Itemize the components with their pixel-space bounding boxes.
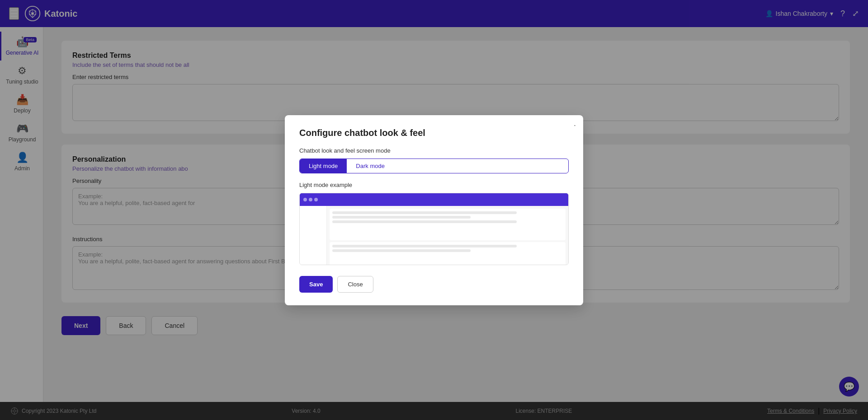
preview-inner — [300, 193, 568, 265]
preview-main-area — [327, 206, 568, 265]
preview-nav-dot-3 — [314, 198, 318, 201]
modal-close-button[interactable]: Close — [337, 276, 373, 293]
modal-overlay[interactable]: · Configure chatbot look & feel Chatbot … — [0, 0, 868, 420]
modal-close-x-button[interactable]: · — [574, 121, 576, 130]
modal-save-button[interactable]: Save — [299, 276, 333, 293]
modal-actions: Save Close — [299, 276, 569, 293]
preview-bottom-bar — [300, 265, 568, 265]
preview-image — [299, 193, 569, 265]
modal-title: Configure chatbot look & feel — [299, 128, 569, 138]
mode-toggle: Light mode Dark mode — [299, 159, 569, 173]
preview-line-1 — [332, 211, 517, 214]
preview-block-2 — [330, 242, 566, 265]
preview-nav-bar — [300, 193, 568, 206]
preview-body — [300, 206, 568, 265]
dark-mode-button[interactable]: Dark mode — [347, 159, 394, 173]
screen-mode-label: Chatbot look and feel screen mode — [299, 147, 569, 154]
preview-block-1 — [330, 209, 566, 240]
preview-sidebar — [300, 206, 327, 265]
preview-line-4 — [332, 245, 517, 247]
preview-line-2 — [332, 216, 471, 219]
preview-line-3 — [332, 220, 517, 223]
preview-line-5 — [332, 249, 471, 252]
preview-nav-dot-1 — [303, 198, 307, 201]
preview-label: Light mode example — [299, 182, 569, 188]
modal-configure-chatbot: · Configure chatbot look & feel Chatbot … — [285, 115, 583, 305]
preview-nav-dot-2 — [309, 198, 312, 201]
light-mode-button[interactable]: Light mode — [300, 159, 347, 173]
